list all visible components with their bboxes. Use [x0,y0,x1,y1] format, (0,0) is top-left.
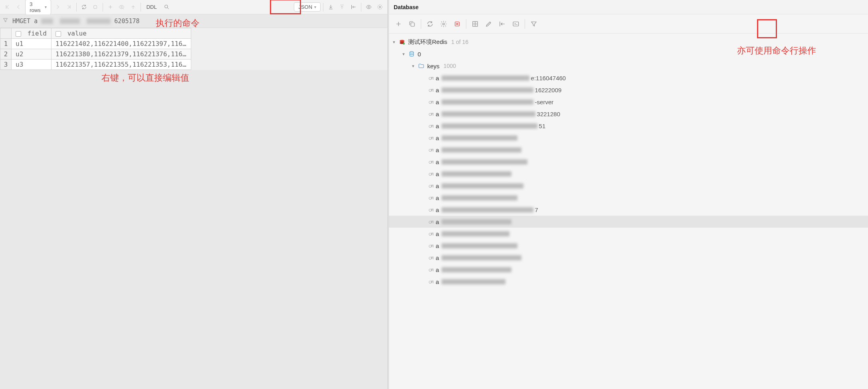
refresh-button[interactable] [79,2,89,13]
view-button[interactable] [364,2,374,13]
key-prefix: a [436,135,439,141]
key-node[interactable]: ○πa-server [389,96,868,108]
format-dropdown[interactable]: JSON ▾ [294,2,321,12]
table-row[interactable]: 2u2116221380,116221379,116221376,116… [0,49,191,60]
submit-button[interactable] [128,2,138,13]
redacted-key-text [442,243,517,248]
rownum-cell[interactable]: 1 [0,39,12,49]
format-label: JSON [298,4,312,10]
key-node[interactable]: ○πae:116047460 [389,72,868,84]
value-cell[interactable]: 116221402,116221400,116221397,116… [52,39,191,49]
key-prefix: a [436,242,439,249]
stop-button[interactable] [90,2,100,13]
command-bar[interactable]: HMGET a 6205178 [0,14,387,28]
db-node[interactable]: ▾ 0 [389,48,868,60]
rows-dropdown[interactable]: 3 rows ▾ [25,0,51,15]
key-node[interactable]: ○πa16222009 [389,84,868,96]
keys-count: 1000 [444,63,456,69]
rows-label: 3 rows [30,1,42,13]
field-cell[interactable]: u1 [12,39,52,49]
value-cell[interactable]: 116221357,116221355,116221353,116… [52,60,191,70]
annotation-edit: 右键，可以直接编辑值 [101,72,189,84]
filter-button[interactable] [527,18,540,30]
key-node[interactable]: ○πa [389,132,868,144]
add-row-button[interactable] [105,2,115,13]
key-node[interactable]: ○πa [389,144,868,156]
key-icon: ○π [429,147,433,153]
ddl-button[interactable]: DDL [143,3,160,11]
svg-point-6 [443,23,445,25]
key-node[interactable]: ○πa3221280 [389,108,868,120]
expand-icon[interactable]: ▾ [390,40,398,45]
first-page-button[interactable] [2,2,12,13]
key-prefix: a [436,254,439,261]
datasource-node[interactable]: ▾ 测试环境Redis 1 of 16 [389,36,868,48]
rownum-cell[interactable]: 2 [0,49,12,60]
import-button[interactable] [349,2,359,13]
key-icon: ○π [429,159,433,165]
download-button[interactable] [326,2,336,13]
redacted-key-text [442,279,505,284]
edit-button[interactable] [482,18,495,30]
upload-button[interactable] [337,2,347,13]
key-icon: ○π [429,87,433,93]
prev-page-button[interactable] [14,2,24,13]
redacted-key-text [442,123,537,129]
disconnect-button[interactable] [451,18,464,30]
field-cell[interactable]: u2 [12,49,52,60]
rownum-cell[interactable]: 3 [0,60,12,70]
preview-button[interactable] [117,2,127,13]
refresh-button[interactable] [424,18,436,30]
checkbox-icon[interactable] [16,31,21,37]
key-node[interactable]: ○πa [389,240,868,252]
key-icon: ○π [429,255,433,260]
key-node[interactable]: ○πa [389,216,868,228]
datasource-settings-button[interactable] [437,18,450,30]
chevron-down-icon: ▾ [314,5,316,9]
table-row[interactable]: 1u1116221402,116221400,116221397,116… [0,39,191,49]
key-node[interactable]: ○πa7 [389,204,868,216]
redacted-key-text [442,75,529,81]
redacted-key-text [442,267,511,272]
last-page-button[interactable] [64,2,74,13]
expand-icon[interactable]: ▾ [400,52,407,57]
key-prefix: a [436,171,439,177]
table-view-button[interactable] [469,18,482,30]
key-node[interactable]: ○πa [389,192,868,204]
console-button[interactable] [509,18,522,30]
key-prefix: a [436,147,439,153]
key-node[interactable]: ○πa [389,228,868,240]
redacted-key-text [442,195,517,200]
keys-folder-node[interactable]: ▾ keys 1000 [389,60,868,72]
datasource-label: 测试环境Redis [408,38,447,46]
key-node[interactable]: ○πa [389,168,868,180]
settings-button[interactable] [375,2,385,13]
search-button[interactable] [162,2,172,13]
column-value-header[interactable]: value [52,28,191,39]
command-text: HMGET a 6205178 [12,18,140,25]
key-prefix: a [436,218,439,225]
checkbox-icon[interactable] [55,31,61,37]
redacted-key-text [442,207,533,212]
jump-to-button[interactable] [496,18,509,30]
column-field-header[interactable]: field [12,28,52,39]
separator [76,3,77,12]
next-page-button[interactable] [53,2,63,13]
rownum-header[interactable] [0,28,12,39]
duplicate-button[interactable] [406,18,418,30]
add-datasource-button[interactable] [392,18,405,30]
key-node[interactable]: ○πa [389,156,868,168]
key-node[interactable]: ○πa [389,276,868,288]
field-cell[interactable]: u3 [12,60,52,70]
table-row[interactable]: 3u3116221357,116221355,116221353,116… [0,60,191,70]
key-node[interactable]: ○πa [389,264,868,276]
redis-icon [398,38,406,46]
key-node[interactable]: ○πa51 [389,120,868,132]
svg-rect-5 [411,23,414,26]
key-node[interactable]: ○πa [389,180,868,192]
chevron-down-icon: ▾ [45,5,47,9]
expand-icon[interactable]: ▾ [410,64,417,69]
key-prefix: a [436,206,439,213]
key-node[interactable]: ○πa [389,252,868,264]
value-cell[interactable]: 116221380,116221379,116221376,116… [52,49,191,60]
